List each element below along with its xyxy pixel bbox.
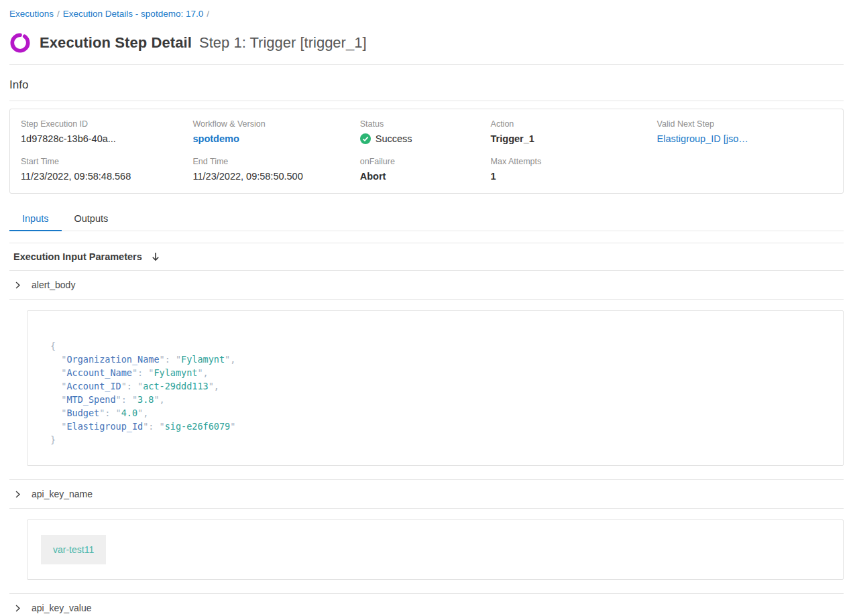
info-field-end-time: End Time 11/23/2022, 09:58:50.500 [193, 157, 360, 182]
info-field-value: Trigger_1 [491, 133, 657, 144]
info-field-step-execution-id: Step Execution ID 1d97828c-13b6-40a... [21, 119, 193, 144]
info-grid: Step Execution ID 1d97828c-13b6-40a... W… [21, 119, 832, 182]
tab-inputs[interactable]: Inputs [9, 208, 62, 231]
info-field-valid-next-step: Valid Next Step Elastigroup_ID [jso… [657, 119, 832, 144]
alert-body-json-box: { "Organization_Name": "Fylamynt", "Acco… [27, 310, 844, 466]
chevron-right-icon [13, 490, 22, 499]
tab-bar: Inputs Outputs [9, 208, 844, 231]
valid-next-step-link[interactable]: Elastigroup_ID [jso… [657, 133, 764, 144]
workflow-link[interactable]: spotdemo [193, 133, 360, 144]
info-section-title: Info [9, 78, 844, 92]
info-field-value: 1 [491, 171, 657, 182]
info-field-max-attempts: Max Attempts 1 [491, 157, 657, 182]
params-section-title: Execution Input Parameters [13, 251, 142, 262]
param-api-key-value: api_key_value [9, 594, 844, 616]
info-field-empty [657, 157, 832, 182]
param-content-api-key-name: var-test11 [9, 509, 844, 594]
info-field-value: 11/23/2022, 09:58:48.568 [21, 171, 193, 182]
param-api-key-name: api_key_name var-test11 [9, 480, 844, 594]
param-header-api-key-name[interactable]: api_key_name [9, 480, 844, 509]
page-subtitle: Step 1: Trigger [trigger_1] [199, 34, 366, 52]
divider [9, 101, 844, 101]
page-header: Execution Step Detail Step 1: Trigger [t… [9, 30, 844, 56]
fylamynt-logo-icon [9, 32, 31, 54]
info-field-value: 1d97828c-13b6-40a... [21, 133, 193, 144]
api-key-name-value-box: var-test11 [27, 519, 844, 580]
info-field-label: Status [360, 119, 491, 129]
json-code-block: { "Organization_Name": "Fylamynt", "Acco… [50, 339, 820, 446]
info-field-label: Workflow & Version [193, 119, 360, 129]
info-field-label: Max Attempts [491, 157, 657, 166]
execution-input-parameters-section: Execution Input Parameters alert_body { [9, 243, 844, 616]
breadcrumb-separator: / [57, 9, 60, 19]
param-name: api_key_value [32, 603, 92, 613]
info-field-label: Action [491, 119, 657, 129]
param-name: api_key_name [32, 489, 93, 499]
page-title: Execution Step Detail [40, 34, 192, 52]
info-field-start-time: Start Time 11/23/2022, 09:58:48.568 [21, 157, 193, 182]
status-badge: Success [376, 133, 412, 144]
param-alert-body: alert_body { "Organization_Name": "Fylam… [9, 271, 844, 480]
param-content-alert-body: { "Organization_Name": "Fylamynt", "Acco… [9, 300, 844, 480]
breadcrumb: Executions/Execution Details - spotdemo:… [9, 8, 844, 20]
info-field-label: onFailure [360, 157, 491, 166]
info-field-label: Valid Next Step [657, 119, 832, 129]
info-field-label: End Time [193, 157, 360, 166]
breadcrumb-link-executions[interactable]: Executions [9, 9, 54, 19]
chevron-right-icon [13, 281, 22, 290]
collapse-all-arrow-icon[interactable] [150, 251, 161, 262]
info-field-value: 11/23/2022, 09:58:50.500 [193, 171, 360, 182]
breadcrumb-link-execution-details[interactable]: Execution Details - spotdemo: 17.0 [63, 9, 203, 19]
param-header-alert-body[interactable]: alert_body [9, 271, 844, 300]
info-field-label: Start Time [21, 157, 193, 166]
status-value: Success [360, 133, 491, 144]
info-field-label: Step Execution ID [21, 119, 193, 129]
info-field-workflow-version: Workflow & Version spotdemo [193, 119, 360, 144]
execution-step-detail-page: Executions/Execution Details - spotdemo:… [0, 0, 853, 616]
divider [9, 64, 844, 65]
params-title-row: Execution Input Parameters [9, 243, 844, 271]
info-field-action: Action Trigger_1 [491, 119, 657, 144]
info-field-status: Status Success [360, 119, 491, 144]
info-field-onfailure: onFailure Abort [360, 157, 491, 182]
api-key-name-value: var-test11 [41, 535, 106, 564]
param-name: alert_body [32, 280, 75, 290]
tab-outputs[interactable]: Outputs [62, 208, 121, 231]
chevron-right-icon [13, 604, 22, 613]
success-check-icon [360, 133, 371, 144]
breadcrumb-separator: / [207, 9, 209, 19]
param-header-api-key-value[interactable]: api_key_value [9, 594, 844, 616]
info-field-value: Abort [360, 171, 491, 182]
info-card: Step Execution ID 1d97828c-13b6-40a... W… [9, 109, 844, 194]
